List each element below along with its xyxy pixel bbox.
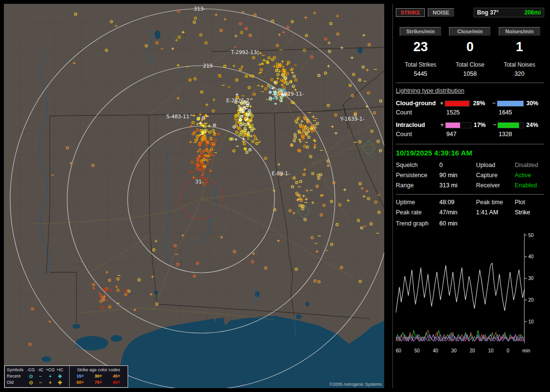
legend-col-pcg: +CG: [45, 367, 55, 373]
x-tick: 50: [414, 348, 420, 353]
squelch-value: 0: [439, 162, 476, 168]
x-tick: 0: [507, 348, 509, 353]
bearing-distance: 206mi: [524, 9, 541, 16]
recent-nic-icon: −: [36, 373, 45, 379]
total-noises-value: 320: [495, 70, 544, 77]
age-90: 90+: [107, 379, 126, 386]
svg-text:Y-1639-1-: Y-1639-1-: [340, 116, 364, 122]
recent-ncg-icon: ⊙: [26, 373, 36, 379]
age-15: 15+: [71, 373, 89, 379]
legend-age-header: Strike age color codes: [71, 367, 126, 373]
cloud-ground-label: Cloud-ground: [396, 100, 439, 107]
svg-text:S-483-11^: S-483-11^: [166, 113, 193, 119]
plus-sign: +: [439, 100, 445, 107]
uptime-label: Uptime: [396, 199, 439, 206]
old-ncg-icon: ⊙: [26, 379, 36, 386]
plot-value: Strike: [515, 209, 544, 216]
svg-text:219: 219: [203, 63, 213, 69]
squelch-label: Squelch: [396, 162, 439, 168]
legend-row-old: Old: [7, 379, 26, 386]
cg-plus-count: 1525: [439, 109, 492, 116]
svg-text:30: 30: [528, 276, 534, 281]
ic-minus-count: 1328: [492, 131, 544, 138]
plot-label: Plot: [515, 199, 544, 206]
ic-count-label: Count: [396, 131, 439, 138]
cg-plus-pct: 28%: [473, 100, 491, 107]
legend-col-ncg: -CG: [26, 367, 36, 373]
strikes-per-min-value: 23: [396, 40, 445, 55]
x-tick: 60: [396, 348, 401, 353]
ic-minus-bar: [497, 122, 523, 128]
legend-symbols-header: Symbols: [7, 367, 26, 373]
old-nic-icon: −: [36, 379, 45, 386]
cg-minus-count: 1645: [492, 109, 544, 116]
divider: [396, 144, 544, 144]
capture-label: Capture: [476, 172, 515, 179]
minus-sign: −: [492, 122, 497, 128]
x-tick: 20: [470, 348, 475, 353]
strike-legend: Symbols -CG -IC +CG +IC Recent ⊙ − + ✚ O…: [4, 365, 128, 388]
map-canvas: 313-219T-2992-13◊E-2826-7^S-483-11^T-102…: [4, 4, 384, 388]
noises-per-min-value: 1: [495, 40, 544, 55]
ic-plus-pct: 17%: [474, 122, 492, 128]
svg-text:T-2992-13◊: T-2992-13◊: [231, 49, 260, 56]
age-60: 60+: [71, 379, 89, 386]
svg-text:T-1029-11-: T-1029-11-: [276, 91, 304, 97]
svg-text:31-: 31-: [195, 179, 203, 184]
peak-time-value: 1:41 AM: [476, 209, 515, 216]
ic-plus-bar: [445, 122, 471, 128]
lightning-map[interactable]: 313-219T-2992-13◊E-2826-7^S-483-11^T-102…: [4, 4, 384, 388]
x-tick: 40: [433, 348, 438, 353]
svg-text:10: 10: [528, 319, 534, 324]
distribution-title: Lightning type distribution: [396, 87, 544, 94]
svg-text:313-: 313-: [194, 6, 205, 12]
recent-pic-icon: ✚: [55, 373, 65, 379]
upload-label: Upload: [476, 162, 515, 168]
legend-symbols-section: Symbols -CG -IC +CG +IC Recent ⊙ − + ✚ O…: [5, 366, 70, 387]
cg-count-label: Count: [396, 109, 439, 116]
trend-graph-label: Trend graph: [396, 220, 439, 227]
uptime-value: 48:09: [439, 199, 476, 206]
peak-rate-value: 47/min: [439, 209, 476, 216]
persistence-value: 90 min: [439, 172, 476, 179]
svg-text:20: 20: [528, 297, 534, 303]
range-value: 313 mi: [439, 182, 476, 189]
strike-button[interactable]: STRIKE: [396, 8, 425, 17]
legend-row-recent: Recent: [7, 373, 26, 379]
strikes-per-min-button[interactable]: Strikes/min: [400, 27, 441, 36]
persistence-label: Persistence: [396, 172, 439, 179]
range-label: Range: [396, 182, 439, 189]
receiver-label: Receiver: [476, 182, 515, 189]
svg-text:40: 40: [528, 254, 534, 259]
recent-pcg-icon: +: [45, 373, 55, 379]
control-panel: STRIKE NOISE Bng 37° 206mi Strikes/min 2…: [392, 4, 546, 388]
total-noises-label: Total Noises: [495, 61, 544, 68]
trend-graph-value: 60 min: [439, 220, 476, 227]
close-per-min-value: 0: [445, 40, 494, 55]
receiver-value: Enabled: [515, 182, 544, 189]
ic-plus-count: 947: [439, 131, 492, 138]
noise-button[interactable]: NOISE: [428, 8, 454, 17]
divider: [396, 194, 544, 195]
divider: [396, 83, 544, 83]
noises-per-min-button[interactable]: Noises/min: [499, 27, 540, 36]
trend-chart-canvas: 5040302010: [396, 231, 541, 346]
close-per-min-button[interactable]: Close/min: [449, 27, 491, 36]
stats-grid: Uptime 48:09 Peak time Plot Peak rate 47…: [396, 199, 544, 216]
cg-minus-bar: [497, 100, 524, 107]
svg-text:E-89-1-: E-89-1-: [272, 170, 290, 176]
cg-minus-pct: 30%: [526, 100, 544, 107]
total-close-value: 1058: [445, 70, 494, 77]
bearing-label: Bng 37°: [477, 9, 499, 16]
total-strikes-value: 5445: [396, 70, 445, 77]
total-strikes-label: Total Strikes: [396, 61, 445, 68]
minus-sign: −: [491, 100, 497, 107]
legend-col-nic: -IC: [36, 367, 45, 373]
legend-age-section: Strike age color codes 15+ 30+ 45+ 60+ 7…: [70, 366, 128, 387]
capture-value: Active: [515, 172, 544, 179]
bearing-display: Bng 37° 206mi: [474, 8, 544, 17]
age-30: 30+: [89, 373, 108, 379]
x-axis-unit: min: [522, 348, 530, 353]
x-tick: 30: [451, 348, 457, 353]
legend-col-pic: +IC: [55, 367, 65, 373]
